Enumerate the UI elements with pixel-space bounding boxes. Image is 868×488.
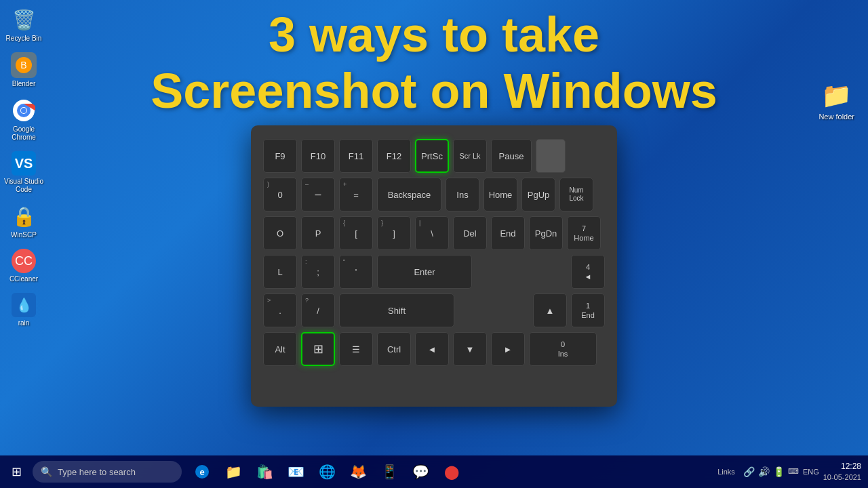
desktop-icon-ccleaner[interactable]: CC CCleaner bbox=[3, 249, 44, 283]
key-enter[interactable]: Enter bbox=[377, 255, 472, 289]
key-up-arrow[interactable]: ▲ bbox=[533, 293, 567, 327]
key-pause[interactable]: Pause bbox=[491, 139, 532, 173]
key-l[interactable]: L bbox=[263, 255, 297, 289]
key-quote[interactable]: "' bbox=[339, 255, 373, 289]
taskbar-apps: e 📁 🛍️ 📧 🌐 🦊 📱 💬 bbox=[187, 457, 467, 487]
explorer-icon: 📁 bbox=[225, 464, 242, 480]
ccleaner-icon: CC bbox=[12, 249, 36, 273]
key-right-arrow[interactable]: ► bbox=[491, 332, 525, 366]
current-time: 12:28 bbox=[841, 462, 861, 472]
key-f11[interactable]: F11 bbox=[339, 139, 373, 173]
key-f9[interactable]: F9 bbox=[263, 139, 297, 173]
key-close-bracket[interactable]: }] bbox=[377, 216, 411, 250]
taskbar-app-7[interactable]: 💬 bbox=[406, 457, 435, 487]
key-num1[interactable]: 1End bbox=[571, 293, 605, 327]
key-period[interactable]: >. bbox=[263, 293, 297, 327]
key-pgdn[interactable]: PgDn bbox=[529, 216, 563, 250]
key-end[interactable]: End bbox=[491, 216, 525, 250]
keyboard-row-1: F9 F10 F11 F12 PrtSc Scr Lk Pause bbox=[263, 139, 605, 173]
system-icons[interactable]: 🔗 🔊 🔋 ⌨ bbox=[743, 466, 799, 477]
key-slash[interactable]: ?/ bbox=[301, 293, 335, 327]
keyboard-row-3: O P {[ }] |\ Del End PgDn 7Home bbox=[263, 216, 605, 250]
taskbar-app-edge[interactable]: e bbox=[187, 457, 217, 487]
key-prtsc[interactable]: PrtSc bbox=[415, 139, 449, 173]
time-block[interactable]: 12:28 10-05-2021 bbox=[823, 462, 861, 482]
key-o[interactable]: O bbox=[263, 216, 297, 250]
rain-label: rain bbox=[18, 319, 30, 327]
taskbar-app-8[interactable]: ⬤ bbox=[437, 457, 467, 487]
vscode-icon: VS bbox=[12, 151, 36, 176]
key-menu[interactable]: ☰ bbox=[339, 332, 373, 366]
key-del[interactable]: Del bbox=[453, 216, 487, 250]
language-indicator: ENG bbox=[803, 468, 819, 476]
key-scrlk[interactable]: Scr Lk bbox=[453, 139, 487, 173]
taskbar-search-icon: 🔍 bbox=[41, 466, 52, 477]
key-p[interactable]: P bbox=[301, 216, 335, 250]
key-open-bracket[interactable]: {[ bbox=[339, 216, 373, 250]
taskbar-app-outlook[interactable]: 📧 bbox=[281, 457, 311, 487]
keyboard-row-2: )0 –– += Backspace Ins Home PgUp NumLock bbox=[263, 178, 605, 211]
key-equals[interactable]: += bbox=[339, 178, 373, 211]
title-overlay: 3 ways to take Screenshot on Windows bbox=[0, 7, 868, 119]
key-minus[interactable]: –– bbox=[301, 178, 335, 211]
ccleaner-label: CCleaner bbox=[9, 275, 38, 283]
app7-icon: 💬 bbox=[412, 464, 429, 480]
links-label: Links bbox=[717, 468, 735, 476]
desktop-icon-rain[interactable]: 💧 rain bbox=[3, 293, 44, 327]
chrome-taskbar-icon: 🌐 bbox=[319, 464, 336, 480]
taskbar-app-explorer[interactable]: 📁 bbox=[218, 457, 248, 487]
key-alt-right[interactable]: Alt bbox=[263, 332, 297, 366]
key-ins[interactable]: Ins bbox=[446, 178, 479, 211]
key-top-right[interactable] bbox=[536, 139, 566, 173]
chrome-label: Google Chrome bbox=[3, 125, 44, 142]
windows-start-icon: ⊞ bbox=[12, 464, 22, 479]
keyboard-row-6: Alt ⊞ ☰ Ctrl ◄ ▼ ► 0Ins bbox=[263, 332, 605, 366]
key-left-arrow[interactable]: ◄ bbox=[415, 332, 449, 366]
taskbar-app-store[interactable]: 🛍️ bbox=[250, 457, 279, 487]
key-pgup[interactable]: PgUp bbox=[521, 178, 555, 211]
title-line2: Screenshot on Windows bbox=[151, 64, 717, 118]
keyboard-rows: F9 F10 F11 F12 PrtSc Scr Lk Pause )0 –– … bbox=[263, 139, 605, 366]
title-line1: 3 ways to take bbox=[269, 7, 599, 62]
key-ctrl-right[interactable]: Ctrl bbox=[377, 332, 411, 366]
current-date: 10-05-2021 bbox=[823, 472, 861, 482]
taskbar-app-chrome[interactable]: 🌐 bbox=[312, 457, 342, 487]
taskbar-app-6[interactable]: 📱 bbox=[374, 457, 404, 487]
key-num4[interactable]: 4◄ bbox=[571, 255, 605, 289]
key-shift-right[interactable]: Shift bbox=[339, 293, 454, 327]
taskbar-search[interactable]: 🔍 Type here to search bbox=[33, 461, 182, 483]
key-semicolon[interactable]: :; bbox=[301, 255, 335, 289]
keyboard-row-5: >. ?/ Shift ▲ 1End bbox=[263, 293, 605, 327]
key-home[interactable]: Home bbox=[484, 178, 517, 211]
keyboard-row-4: L :; "' Enter 4◄ bbox=[263, 255, 605, 289]
winscp-icon: 🔒 bbox=[11, 203, 37, 229]
taskbar-app-firefox[interactable]: 🦊 bbox=[343, 457, 373, 487]
store-icon: 🛍️ bbox=[256, 464, 273, 480]
desktop: 3 ways to take Screenshot on Windows 🗑️ … bbox=[0, 0, 868, 488]
winscp-label: WinSCP bbox=[11, 231, 37, 239]
app8-icon: ⬤ bbox=[444, 464, 459, 480]
desktop-icon-winscp[interactable]: 🔒 WinSCP bbox=[3, 203, 44, 239]
taskbar-system-tray: Links 🔗 🔊 🔋 ⌨ ENG 12:28 10-05-2021 bbox=[717, 462, 868, 482]
vscode-label: Visual Studio Code bbox=[3, 178, 44, 194]
key-num0[interactable]: 0Ins bbox=[529, 332, 597, 366]
keyboard-image: F9 F10 F11 F12 PrtSc Scr Lk Pause )0 –– … bbox=[251, 125, 617, 407]
key-numlock[interactable]: NumLock bbox=[559, 178, 593, 211]
key-backspace[interactable]: Backspace bbox=[377, 178, 441, 211]
taskbar-search-text: Type here to search bbox=[58, 467, 136, 477]
key-backslash[interactable]: |\ bbox=[415, 216, 449, 250]
start-button[interactable]: ⊞ bbox=[0, 455, 33, 488]
main-title: 3 ways to take Screenshot on Windows bbox=[0, 7, 868, 119]
network-icon: 🔗 bbox=[743, 466, 755, 477]
key-windows[interactable]: ⊞ bbox=[301, 332, 335, 366]
key-f12[interactable]: F12 bbox=[377, 139, 411, 173]
app6-icon: 📱 bbox=[381, 464, 398, 480]
key-num7[interactable]: 7Home bbox=[567, 216, 601, 250]
volume-icon[interactable]: 🔊 bbox=[758, 466, 770, 477]
key-down-arrow[interactable]: ▼ bbox=[453, 332, 487, 366]
firefox-icon: 🦊 bbox=[350, 464, 367, 480]
key-0[interactable]: )0 bbox=[263, 178, 297, 211]
outlook-icon: 📧 bbox=[288, 464, 304, 480]
key-f10[interactable]: F10 bbox=[301, 139, 335, 173]
desktop-icon-vscode[interactable]: VS Visual Studio Code bbox=[3, 151, 44, 194]
